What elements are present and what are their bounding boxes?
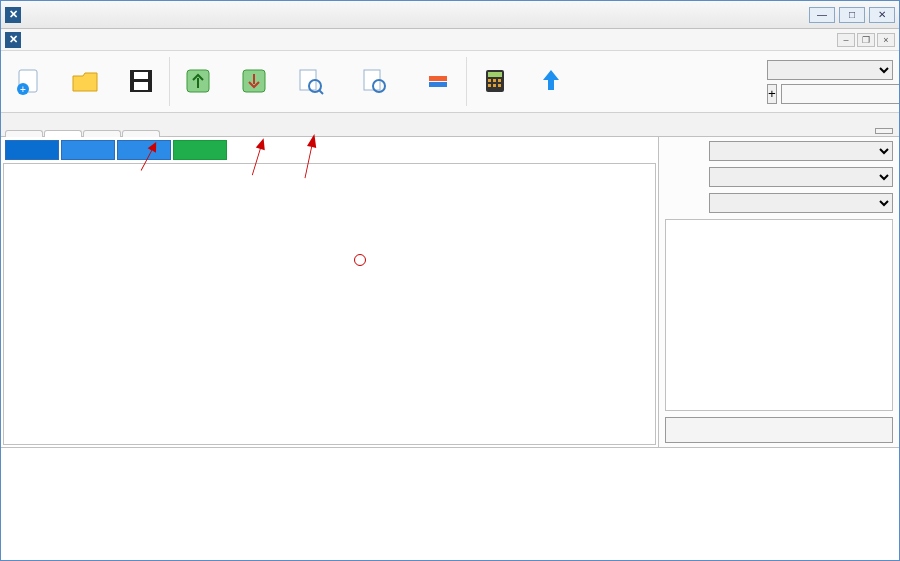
write-icon (238, 65, 270, 97)
menu-file[interactable] (27, 38, 43, 42)
tab-memory[interactable] (44, 130, 82, 137)
menu-language[interactable] (153, 38, 169, 42)
8bit-button[interactable] (5, 140, 59, 160)
menu-setting[interactable] (117, 38, 133, 42)
vcc-value[interactable] (781, 84, 900, 104)
right-pane (659, 137, 899, 447)
svg-line-10 (319, 90, 323, 94)
close-button[interactable]: ✕ (869, 7, 895, 23)
mdi-minimize-button[interactable]: – (837, 33, 855, 47)
toolbar: + + - (1, 51, 899, 113)
svg-rect-19 (498, 79, 501, 82)
svg-rect-22 (498, 84, 501, 87)
connection-diagram-button[interactable] (665, 417, 893, 443)
svg-rect-13 (429, 76, 447, 81)
read-icon (182, 65, 214, 97)
calc-button[interactable] (467, 51, 523, 112)
erase-inc-button[interactable] (875, 128, 893, 134)
app-icon: ✕ (5, 7, 21, 23)
hex-pane: ➝ ➝ ➝ (1, 137, 659, 447)
open-icon (69, 65, 101, 97)
upgrade-icon (535, 65, 567, 97)
16bit-button[interactable] (61, 140, 115, 160)
calc-icon (479, 65, 511, 97)
log-output[interactable] (1, 447, 899, 557)
mdi-close-button[interactable]: × (877, 33, 895, 47)
tab-idlocation[interactable] (122, 130, 160, 137)
read-button[interactable] (170, 51, 226, 112)
save-button[interactable] (113, 51, 169, 112)
menu-device[interactable] (63, 38, 79, 42)
erase-icon (422, 65, 454, 97)
tab-row (1, 113, 899, 137)
verify-button[interactable] (282, 51, 338, 112)
annotation-circle (354, 254, 366, 266)
menubar: ✕ – ❐ × (1, 29, 899, 51)
erase-button[interactable] (410, 51, 466, 112)
svg-rect-21 (493, 84, 496, 87)
new-button[interactable]: + (1, 51, 57, 112)
chip-select[interactable] (709, 193, 893, 213)
svg-text:+: + (20, 84, 26, 95)
menu-buffer[interactable] (45, 38, 61, 42)
message-box (665, 219, 893, 411)
checkblank-button[interactable] (338, 51, 410, 112)
brand-select[interactable] (709, 167, 893, 187)
menu-window[interactable] (81, 38, 97, 42)
write-button[interactable] (226, 51, 282, 112)
maximize-button[interactable]: □ (839, 7, 865, 23)
lohi-button[interactable] (173, 140, 227, 160)
svg-rect-16 (488, 72, 502, 77)
svg-rect-5 (134, 82, 148, 90)
titlebar: ✕ — □ ✕ (1, 1, 899, 29)
verify-icon (294, 65, 326, 97)
type-select[interactable] (709, 141, 893, 161)
new-icon: + (13, 65, 45, 97)
svg-rect-17 (488, 79, 491, 82)
svg-rect-18 (493, 79, 496, 82)
upgrade-button[interactable] (523, 51, 579, 112)
doc-icon: ✕ (5, 32, 21, 48)
svg-rect-20 (488, 84, 491, 87)
mdi-restore-button[interactable]: ❐ (857, 33, 875, 47)
svg-rect-14 (429, 82, 447, 87)
tab-longid[interactable] (83, 130, 121, 137)
save-icon (125, 65, 157, 97)
hex-viewer[interactable]: ➝ ➝ ➝ (3, 163, 656, 445)
tab-readrange[interactable] (5, 130, 43, 137)
checkblank-icon (358, 65, 390, 97)
vcc-plus-button[interactable]: + (767, 84, 777, 104)
minimize-button[interactable]: — (809, 7, 835, 23)
vcc-select[interactable] (767, 60, 893, 80)
svg-rect-4 (134, 72, 148, 79)
menu-pincalc[interactable] (99, 38, 115, 42)
32bit-button[interactable] (117, 140, 171, 160)
menu-help[interactable] (135, 38, 151, 42)
open-button[interactable] (57, 51, 113, 112)
